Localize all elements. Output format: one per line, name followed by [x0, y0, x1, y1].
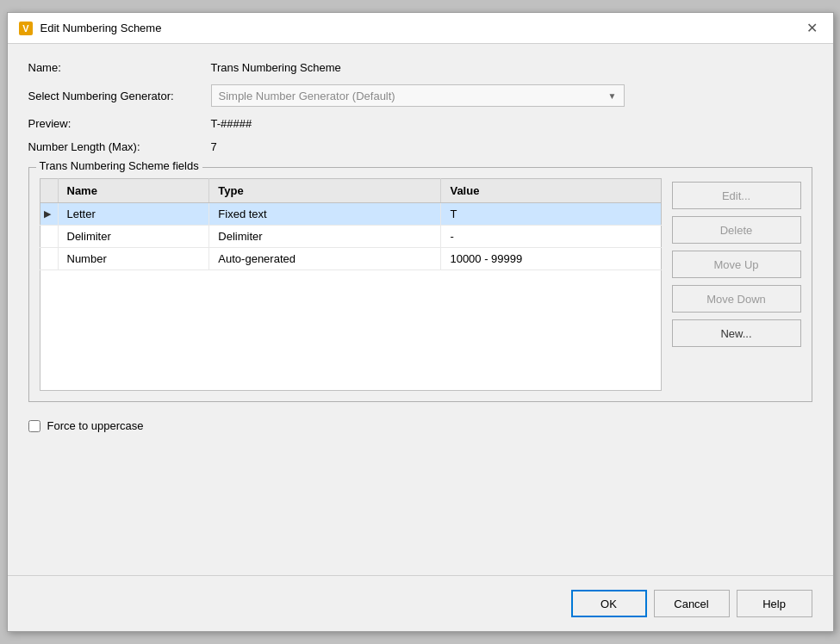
- ok-button[interactable]: OK: [571, 590, 647, 617]
- new-button[interactable]: New...: [672, 319, 801, 347]
- help-button[interactable]: Help: [737, 590, 812, 617]
- name-row: Name: Trans Numbering Scheme: [28, 61, 812, 74]
- svg-text:V: V: [22, 23, 29, 34]
- number-length-row: Number Length (Max): 7: [28, 140, 812, 153]
- row-indicator: [40, 248, 58, 270]
- row-name: Number: [58, 248, 209, 270]
- row-indicator: [40, 226, 58, 248]
- generator-label: Select Numbering Generator:: [28, 90, 201, 102]
- table-section: Name Type Value ▶LetterFixed textTDelimi…: [40, 178, 662, 391]
- cancel-button[interactable]: Cancel: [654, 590, 730, 617]
- action-buttons-section: Edit... Delete Move Up Move Down New...: [672, 178, 801, 391]
- row-name: Letter: [58, 203, 209, 226]
- edit-button[interactable]: Edit...: [672, 182, 801, 209]
- app-icon: V: [18, 21, 34, 36]
- number-length-value: 7: [211, 140, 217, 153]
- name-value: Trans Numbering Scheme: [211, 61, 341, 74]
- preview-label: Preview:: [28, 117, 201, 130]
- force-uppercase-checkbox[interactable]: [28, 420, 40, 432]
- move-up-button[interactable]: Move Up: [672, 251, 801, 278]
- row-type: Delimiter: [209, 226, 441, 248]
- row-type: Auto-generated: [209, 248, 441, 270]
- row-value: 10000 - 99999: [441, 248, 661, 270]
- row-indicator: ▶: [40, 203, 58, 226]
- name-label: Name:: [28, 61, 201, 74]
- number-length-label: Number Length (Max):: [28, 140, 201, 153]
- type-column-header: Type: [209, 179, 441, 203]
- generator-dropdown-value: Simple Number Generator (Default): [219, 90, 395, 102]
- table-row[interactable]: ▶LetterFixed textT: [40, 203, 661, 226]
- fields-group-box: Trans Numbering Scheme fields Name Type …: [28, 167, 812, 402]
- close-button[interactable]: ✕: [802, 18, 823, 39]
- row-value: -: [441, 226, 661, 248]
- table-header-row: Name Type Value: [40, 179, 661, 203]
- title-bar: V Edit Numbering Scheme ✕: [8, 13, 833, 44]
- table-empty-area: [40, 270, 662, 391]
- table-row[interactable]: NumberAuto-generated10000 - 99999: [40, 248, 661, 270]
- move-down-button[interactable]: Move Down: [672, 285, 801, 313]
- preview-row: Preview: T-#####: [28, 117, 812, 130]
- indicator-column-header: [40, 179, 58, 203]
- value-column-header: Value: [441, 179, 661, 203]
- dialog-body: Name: Trans Numbering Scheme Select Numb…: [8, 44, 833, 575]
- row-type: Fixed text: [209, 203, 441, 226]
- delete-button[interactable]: Delete: [672, 216, 801, 244]
- group-box-label: Trans Numbering Scheme fields: [36, 159, 202, 172]
- dropdown-arrow-icon: ▼: [608, 91, 617, 101]
- checkbox-row: Force to uppercase: [28, 419, 812, 432]
- row-name: Delimiter: [58, 226, 209, 248]
- dialog-title: Edit Numbering Scheme: [40, 22, 162, 34]
- fields-table: Name Type Value ▶LetterFixed textTDelimi…: [40, 178, 662, 270]
- name-column-header: Name: [58, 179, 209, 203]
- group-content: Name Type Value ▶LetterFixed textTDelimi…: [40, 178, 801, 391]
- force-uppercase-label: Force to uppercase: [47, 419, 144, 432]
- table-row[interactable]: DelimiterDelimiter-: [40, 226, 661, 248]
- generator-dropdown[interactable]: Simple Number Generator (Default) ▼: [211, 84, 625, 107]
- footer: OK Cancel Help: [8, 575, 833, 631]
- preview-value: T-#####: [211, 117, 252, 130]
- edit-numbering-scheme-dialog: V Edit Numbering Scheme ✕ Name: Trans Nu…: [7, 12, 834, 632]
- row-value: T: [441, 203, 661, 226]
- generator-row: Select Numbering Generator: Simple Numbe…: [28, 84, 812, 107]
